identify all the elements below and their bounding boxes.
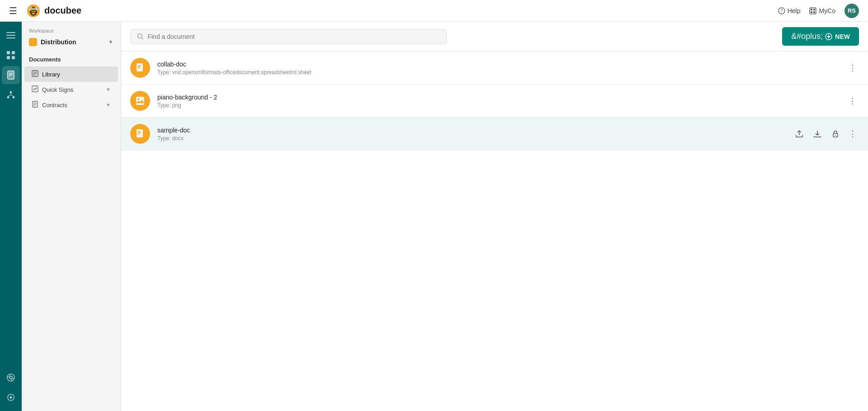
help-label: Help xyxy=(788,7,801,14)
svg-rect-59 xyxy=(137,129,143,137)
doc-avatar-collab-doc xyxy=(130,58,150,78)
doc-name-piano-background: piano-background - 2 xyxy=(157,94,846,101)
doc-info-piano-background: piano-background - 2 Type: png xyxy=(157,94,846,109)
svg-rect-16 xyxy=(6,38,15,38)
doc-avatar-piano-background xyxy=(130,91,150,111)
myco-icon xyxy=(809,7,816,14)
doc-more-menu-collab-doc[interactable]: ⋮ xyxy=(846,61,859,74)
user-avatar[interactable]: RS xyxy=(844,4,859,18)
myco-button[interactable]: MyCo xyxy=(809,7,835,14)
svg-rect-21 xyxy=(8,71,14,79)
help-button[interactable]: ? Help xyxy=(778,7,801,14)
document-list: collab-doc Type: vnd.openxmlformats-offi… xyxy=(121,52,868,411)
contracts-icon xyxy=(32,101,38,109)
svg-rect-15 xyxy=(6,35,15,36)
svg-rect-24 xyxy=(9,74,13,75)
svg-rect-17 xyxy=(7,51,10,54)
svg-point-28 xyxy=(13,96,15,99)
svg-rect-54 xyxy=(137,65,141,66)
top-nav-right: ? Help MyCo RS xyxy=(778,4,859,18)
svg-line-30 xyxy=(8,95,11,96)
search-input[interactable] xyxy=(147,33,440,40)
logo-text: docubee xyxy=(44,5,81,16)
svg-rect-55 xyxy=(137,66,141,67)
sidebar: Workspace Distribution ▼ Documents Libra… xyxy=(22,22,121,411)
svg-point-26 xyxy=(10,91,12,94)
svg-point-48 xyxy=(137,33,142,38)
rail-org-icon[interactable] xyxy=(2,86,20,104)
doc-lock-button-sample-doc[interactable] xyxy=(828,127,843,141)
content-area: &#oplus; NEW collab-doc Type: vnd.openxm… xyxy=(121,22,868,411)
svg-rect-14 xyxy=(6,32,15,33)
svg-line-35 xyxy=(12,378,14,378)
svg-point-58 xyxy=(137,98,139,100)
rail-settings-icon[interactable] xyxy=(2,388,20,406)
svg-rect-11 xyxy=(813,9,815,10)
quick-signs-label: Quick Signs xyxy=(42,86,102,93)
top-navigation: ☰ docubee ? Help MyCo RS xyxy=(0,0,868,22)
svg-rect-25 xyxy=(9,76,11,76)
rail-grid-icon[interactable] xyxy=(2,46,20,64)
svg-rect-18 xyxy=(12,51,15,54)
svg-line-36 xyxy=(10,374,10,377)
document-item-collab-doc[interactable]: collab-doc Type: vnd.openxmlformats-offi… xyxy=(121,52,868,85)
svg-rect-10 xyxy=(811,9,812,10)
doc-icon-collab-doc xyxy=(135,63,145,73)
svg-rect-62 xyxy=(137,134,140,135)
workspace-name: Distribution xyxy=(41,38,104,46)
search-icon xyxy=(137,33,144,40)
svg-line-34 xyxy=(8,377,10,377)
doc-type-collab-doc: Type: vnd.openxmlformats-officedocument.… xyxy=(157,69,846,76)
svg-rect-56 xyxy=(137,68,140,69)
doc-name-sample-doc: sample-doc xyxy=(157,127,792,134)
svg-rect-61 xyxy=(137,132,141,133)
new-button-label: NEW xyxy=(835,33,850,40)
svg-rect-13 xyxy=(813,11,815,13)
new-button[interactable]: &#oplus; NEW xyxy=(782,27,859,46)
sidebar-item-quick-signs[interactable]: Quick Signs ▼ xyxy=(24,82,118,97)
svg-text:?: ? xyxy=(780,9,783,14)
doc-icon-piano-background xyxy=(135,96,145,106)
quick-signs-chevron-icon: ▼ xyxy=(106,87,111,92)
svg-point-27 xyxy=(7,96,9,99)
svg-rect-53 xyxy=(137,63,143,71)
doc-share-button-sample-doc[interactable] xyxy=(792,127,807,141)
svg-rect-19 xyxy=(7,56,10,59)
lock-icon xyxy=(831,130,840,138)
workspace-dot xyxy=(29,38,37,46)
rail-document-icon[interactable] xyxy=(2,66,20,84)
hamburger-menu-icon[interactable]: ☰ xyxy=(9,5,17,16)
svg-rect-4 xyxy=(31,12,36,13)
documents-section-title: Documents xyxy=(22,52,121,66)
search-box[interactable] xyxy=(130,29,447,44)
rail-support-icon[interactable] xyxy=(2,368,20,387)
sidebar-item-library[interactable]: Library xyxy=(24,66,118,82)
workspace-chevron-icon: ▼ xyxy=(108,39,113,45)
doc-type-piano-background: Type: png xyxy=(157,102,846,109)
help-icon: ? xyxy=(778,7,785,14)
contracts-label: Contracts xyxy=(42,102,102,109)
svg-rect-57 xyxy=(136,97,144,105)
doc-more-menu-sample-doc[interactable]: ⋮ xyxy=(846,128,859,140)
logo-icon xyxy=(26,4,41,18)
document-item-piano-background[interactable]: piano-background - 2 Type: png ⋮ xyxy=(121,85,868,118)
library-icon xyxy=(32,70,38,78)
myco-label: MyCo xyxy=(819,7,835,14)
svg-point-33 xyxy=(9,376,12,379)
download-icon xyxy=(813,130,821,138)
doc-avatar-sample-doc xyxy=(130,124,150,144)
document-item-sample-doc[interactable]: sample-doc Type: docx ⋮ xyxy=(121,118,868,151)
svg-rect-12 xyxy=(811,11,812,13)
svg-line-37 xyxy=(11,379,12,381)
doc-more-menu-piano-background[interactable]: ⋮ xyxy=(846,94,859,107)
workspace-selector[interactable]: Distribution ▼ xyxy=(22,35,121,52)
share-icon xyxy=(795,130,803,138)
svg-point-64 xyxy=(835,135,836,136)
logo-area: docubee xyxy=(26,4,81,18)
rail-menu-icon[interactable] xyxy=(2,26,20,44)
contracts-chevron-icon: ▼ xyxy=(106,102,111,108)
sidebar-item-contracts[interactable]: Contracts ▼ xyxy=(24,97,118,113)
svg-line-49 xyxy=(142,38,143,39)
doc-download-button-sample-doc[interactable] xyxy=(810,127,825,141)
library-label: Library xyxy=(42,71,111,78)
